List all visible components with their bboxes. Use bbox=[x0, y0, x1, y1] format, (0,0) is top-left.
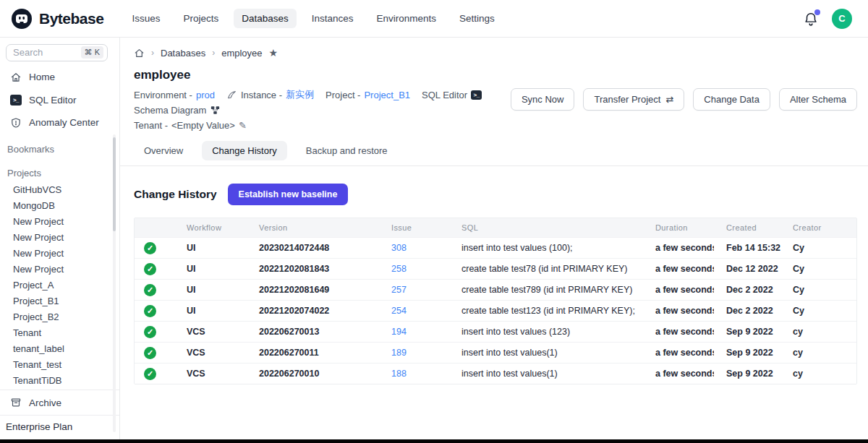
page-title: employee bbox=[134, 68, 511, 82]
issue-link[interactable]: 258 bbox=[391, 264, 407, 274]
nav-item[interactable]: Environments bbox=[369, 9, 445, 28]
nav-item[interactable]: Issues bbox=[124, 9, 168, 28]
cell-created: Sep 9 2022 bbox=[714, 348, 780, 358]
nav-item[interactable]: Databases bbox=[234, 9, 297, 28]
section-title: Change History bbox=[134, 188, 217, 201]
tenant-label: Tenant - bbox=[134, 120, 168, 131]
table-row[interactable]: ✓ UI 20230214072448 308 insert into test… bbox=[135, 237, 856, 258]
sidebar-project-item[interactable]: New Project bbox=[0, 262, 119, 278]
sidebar-project-item[interactable]: Tenant_test bbox=[0, 357, 119, 373]
projects-section-label: Projects bbox=[0, 158, 119, 182]
instance-link[interactable]: 新实例 bbox=[286, 88, 314, 101]
cell-creator: cy bbox=[780, 348, 856, 358]
change-data-button[interactable]: Change Data bbox=[693, 88, 770, 111]
sidebar: ⌘ K Home >_ SQL Editor Anomaly Center Bo… bbox=[0, 38, 120, 439]
favorite-star-icon[interactable]: ★ bbox=[269, 48, 278, 58]
table-header-row: Workflow Version Issue SQL Duration Crea… bbox=[135, 218, 856, 237]
meta-sql-editor[interactable]: SQL Editor >_ bbox=[422, 90, 482, 100]
table-row[interactable]: ✓ UI 20221202081843 258 create table tes… bbox=[135, 258, 856, 279]
database-tabs: Overview Change History Backup and resto… bbox=[134, 141, 857, 160]
main-content: › Databases › employee ★ employee Enviro… bbox=[120, 38, 868, 439]
database-meta-row-1: Environment - prod Instance - 新实例 Projec… bbox=[134, 88, 511, 116]
sync-now-button[interactable]: Sync Now bbox=[511, 88, 575, 111]
issue-link[interactable]: 189 bbox=[391, 348, 407, 358]
page-header: employee Environment - prod Instance - 新… bbox=[134, 68, 857, 131]
establish-baseline-button[interactable]: Establish new baseline bbox=[228, 184, 349, 205]
nav-item[interactable]: Instances bbox=[304, 9, 362, 28]
sidebar-item-home[interactable]: Home bbox=[0, 66, 119, 89]
sidebar-project-item[interactable]: Project_B2 bbox=[0, 309, 119, 325]
table-column-header: Version bbox=[247, 223, 379, 232]
alter-schema-button[interactable]: Alter Schema bbox=[779, 88, 857, 111]
issue-link[interactable]: 257 bbox=[391, 285, 407, 295]
notification-bell-icon[interactable] bbox=[803, 11, 819, 27]
cell-workflow: UI bbox=[174, 306, 247, 316]
sidebar-project-item[interactable]: New Project bbox=[0, 246, 119, 262]
sidebar-project-item[interactable]: MongoDB bbox=[0, 198, 119, 214]
table-row[interactable]: ✓ VCS 202206270011 189 insert into test … bbox=[135, 342, 856, 363]
tab[interactable]: Backup and restore bbox=[296, 141, 398, 160]
cell-creator: cy bbox=[780, 327, 856, 337]
logo-wordmark: Bytebase bbox=[39, 10, 103, 27]
cell-duration: a few seconds bbox=[643, 264, 714, 274]
cell-created: Dec 2 2022 bbox=[714, 285, 780, 295]
issue-link[interactable]: 188 bbox=[391, 369, 407, 379]
search-box[interactable]: ⌘ K bbox=[6, 44, 108, 61]
tab[interactable]: Overview bbox=[134, 141, 193, 160]
issue-link[interactable]: 194 bbox=[391, 327, 407, 337]
top-nav: Bytebase Issues Projects Databases Insta… bbox=[0, 0, 868, 38]
environment-link[interactable]: prod bbox=[196, 90, 215, 100]
cell-sql: create table test789 (id int PRIMARY KEY… bbox=[449, 285, 643, 295]
sidebar-project-item[interactable]: GitHubVCS bbox=[0, 182, 119, 198]
cell-created: Dec 2 2022 bbox=[714, 306, 780, 316]
sidebar-project-item[interactable]: New Project bbox=[0, 214, 119, 230]
nav-item[interactable]: Projects bbox=[175, 9, 226, 28]
meta-schema-diagram[interactable]: Schema Diagram bbox=[134, 105, 221, 116]
sidebar-item-archive[interactable]: Archive bbox=[0, 390, 119, 415]
cell-version: 20221202074022 bbox=[247, 306, 379, 316]
sidebar-project-item[interactable]: tenant_label bbox=[0, 341, 119, 357]
table-row[interactable]: ✓ VCS 202206270010 188 insert into test … bbox=[135, 363, 856, 384]
success-check-icon: ✓ bbox=[144, 347, 156, 359]
search-shortcut-badge: ⌘ K bbox=[81, 46, 103, 59]
edit-tenant-pencil-icon[interactable]: ✎ bbox=[239, 120, 247, 131]
cell-sql: insert into test values (100); bbox=[449, 243, 643, 253]
cell-sql: create table test78 (id int PRIMARY KEY) bbox=[449, 264, 643, 274]
sidebar-project-item[interactable]: New Project bbox=[0, 230, 119, 246]
sidebar-project-item[interactable]: Tenant bbox=[0, 325, 119, 341]
sidebar-item-anomaly-center[interactable]: Anomaly Center bbox=[0, 111, 119, 134]
bookmarks-section-label: Bookmarks bbox=[0, 134, 119, 158]
sidebar-scrollbar-thumb[interactable] bbox=[113, 137, 116, 231]
user-avatar[interactable]: C bbox=[832, 9, 852, 29]
issue-link[interactable]: 308 bbox=[391, 243, 407, 253]
bytebase-logo[interactable]: Bytebase bbox=[10, 7, 103, 30]
sidebar-project-item[interactable]: Project_A bbox=[0, 278, 119, 293]
breadcrumb-employee[interactable]: employee bbox=[221, 48, 262, 59]
cell-created: Sep 9 2022 bbox=[714, 369, 780, 379]
transfer-project-button[interactable]: Transfer Project ⇄ bbox=[583, 88, 684, 111]
table-row[interactable]: ✓ VCS 202206270013 194 insert into test … bbox=[135, 321, 856, 342]
table-row[interactable]: ✓ UI 20221202074022 254 create table tes… bbox=[135, 300, 856, 321]
sidebar-project-item[interactable]: TenantTiDB bbox=[0, 373, 119, 389]
sidebar-item-label: Anomaly Center bbox=[29, 117, 99, 128]
environment-label: Environment - bbox=[134, 90, 192, 100]
sql-editor-icon: >_ bbox=[10, 95, 22, 106]
sql-editor-label: SQL Editor bbox=[422, 90, 467, 100]
table-row[interactable]: ✓ UI 20221202081649 257 create table tes… bbox=[135, 279, 856, 300]
breadcrumb-databases[interactable]: Databases bbox=[161, 48, 205, 59]
schema-diagram-icon bbox=[210, 105, 221, 116]
project-link[interactable]: Project_B1 bbox=[364, 90, 410, 100]
nav-item[interactable]: Settings bbox=[451, 9, 503, 28]
success-check-icon: ✓ bbox=[144, 263, 156, 275]
sidebar-item-sql-editor[interactable]: >_ SQL Editor bbox=[0, 89, 119, 111]
bytebase-logo-icon bbox=[10, 7, 33, 30]
cell-workflow: UI bbox=[174, 285, 247, 295]
issue-link[interactable]: 254 bbox=[391, 306, 407, 316]
sidebar-item-label: Home bbox=[29, 72, 55, 82]
sidebar-project-item[interactable]: Project_B1 bbox=[0, 293, 119, 309]
tab[interactable]: Change History bbox=[202, 141, 287, 160]
tab-divider bbox=[120, 165, 868, 166]
search-input[interactable] bbox=[13, 47, 81, 58]
success-check-icon: ✓ bbox=[144, 326, 156, 338]
breadcrumb-home-icon[interactable] bbox=[134, 48, 145, 59]
